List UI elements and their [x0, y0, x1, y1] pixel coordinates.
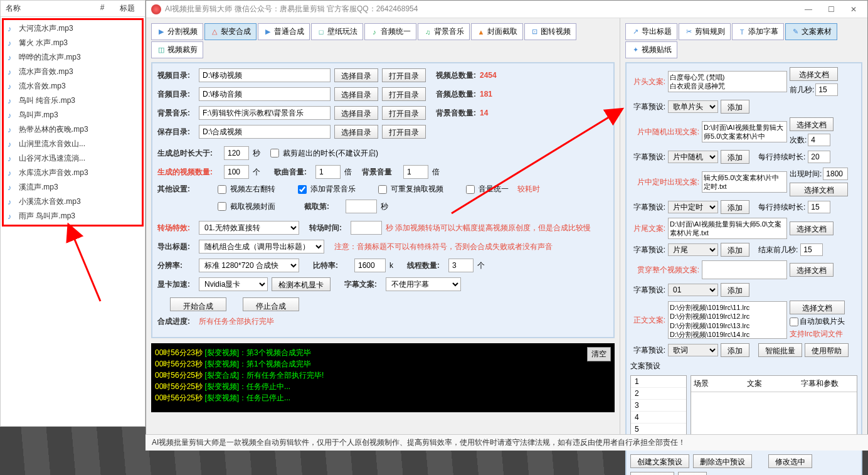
mid-time-textarea[interactable]: 辑大师5.0\文案素材\片中定时.txt [702, 171, 787, 193]
per-dur2-input[interactable] [808, 201, 830, 213]
add-button1[interactable]: 添加 [721, 100, 749, 114]
col-name[interactable]: 名称 [6, 3, 90, 14]
main-tab[interactable]: ▶普通合成 [258, 23, 310, 40]
repeat-checkbox[interactable] [378, 185, 387, 194]
main-tab[interactable]: ♫背景音乐 [418, 23, 470, 40]
file-item[interactable]: 山谷河水迅速流淌... [5, 151, 140, 166]
select-doc-through-button[interactable]: 选择文档 [790, 263, 834, 277]
sub-preset2-select[interactable]: 片中随机 [668, 151, 718, 163]
head-textarea[interactable]: 白度母心咒 (梵唱) 白衣观音灵感神咒 [668, 71, 787, 92]
add-button6[interactable]: 添加 [721, 343, 749, 357]
sub-preset5-select[interactable]: 01 [668, 284, 718, 296]
clear-preset-button[interactable]: 清空 [678, 472, 707, 475]
tail-textarea[interactable]: D:\封面\AI视频批量剪辑大师5.0\文案素材\片尾.txt [668, 218, 787, 239]
close-button[interactable]: ✕ [845, 3, 862, 16]
gen-qty-input[interactable] [224, 165, 249, 179]
mod-selected-button[interactable]: 修改选中 [768, 454, 812, 468]
file-item[interactable]: 鸟叫 纯音乐.mp3 [5, 93, 140, 108]
minimize-button[interactable]: — [800, 3, 817, 16]
right-tab[interactable]: T添加字幕 [732, 23, 784, 40]
subtitle-select[interactable]: 不使用字幕 [386, 277, 461, 291]
select-doc-body-button[interactable]: 选择文档 [790, 301, 845, 314]
maximize-button[interactable]: ☐ [822, 3, 840, 16]
file-item[interactable]: 哗哗的流水声.mp3 [5, 50, 140, 65]
select-doc-mid-button[interactable]: 选择文档 [790, 117, 834, 131]
clear-console-button[interactable]: 清空 [587, 347, 611, 361]
bgm-dir-input[interactable] [199, 106, 331, 120]
open-audio-dir-button[interactable]: 打开目录 [382, 87, 426, 101]
cover-frame-input[interactable] [346, 200, 377, 213]
select-doc-head-button[interactable]: 选择文档 [790, 67, 838, 81]
gen-duration-input[interactable] [224, 146, 249, 160]
add-button3[interactable]: 添加 [721, 200, 749, 214]
bg-vol-input[interactable] [403, 165, 428, 179]
main-tab[interactable]: ♪音频统一 [364, 23, 416, 40]
select-save-dir-button[interactable]: 选择目录 [334, 125, 378, 139]
select-doc-midtime-button[interactable]: 选择文档 [790, 183, 848, 196]
preset-list-item[interactable]: 4 [631, 412, 686, 424]
select-audio-dir-button[interactable]: 选择目录 [334, 87, 378, 101]
song-vol-input[interactable] [315, 165, 341, 179]
main-tab[interactable]: ⊡图转视频 [524, 23, 576, 40]
col-title[interactable]: 标题 [115, 3, 140, 14]
file-item[interactable]: 热带丛林的夜晚.mp3 [5, 122, 140, 137]
right-tab[interactable]: ✦视频贴纸 [625, 41, 677, 58]
count-input[interactable] [808, 134, 830, 146]
file-item[interactable]: 溪流声.mp3 [5, 180, 140, 195]
select-video-dir-button[interactable]: 选择目录 [334, 68, 378, 82]
open-video-dir-button[interactable]: 打开目录 [382, 68, 426, 82]
file-item[interactable]: 流水声音效.mp3 [5, 65, 140, 79]
file-item[interactable]: 小溪流水音效.mp3 [5, 195, 140, 209]
threads-input[interactable] [448, 259, 474, 272]
cover-checkbox[interactable] [218, 202, 226, 211]
head-sec-input[interactable] [815, 83, 838, 96]
preset-list-item[interactable]: 3 [631, 400, 686, 412]
transition-select[interactable]: 01.无特效直接转 [199, 221, 299, 235]
auto-load-checkbox[interactable] [790, 318, 798, 326]
col-hash[interactable]: # [90, 3, 115, 14]
right-tab[interactable]: ✎文案素材 [785, 23, 837, 40]
gpu-select[interactable]: Nvidia显卡 [199, 277, 268, 291]
preset-list-item[interactable]: 2 [631, 388, 686, 400]
add-button4[interactable]: 添加 [721, 243, 749, 257]
preset-list-item[interactable]: 1 [631, 376, 686, 388]
bitrate-input[interactable] [354, 259, 386, 272]
vol-unify-checkbox[interactable] [466, 185, 475, 194]
trim-excess-checkbox[interactable] [270, 149, 279, 157]
use-help-button[interactable]: 使用帮助 [805, 343, 849, 357]
select-bgm-dir-button[interactable]: 选择目录 [334, 106, 378, 120]
select-doc-tail-button[interactable]: 选择文档 [790, 221, 834, 235]
file-item[interactable]: 鸟叫声.mp3 [5, 108, 140, 122]
end-sec-input[interactable] [800, 243, 823, 256]
sub-preset3-select[interactable]: 片中定时 [668, 201, 718, 213]
file-item[interactable]: 大河流水声.mp3 [5, 21, 140, 36]
main-tab[interactable]: ▶分割视频 [151, 23, 203, 40]
main-tab[interactable]: △裂变合成 [204, 23, 257, 40]
main-tab[interactable]: ▲封面截取 [471, 23, 523, 40]
through-textarea[interactable] [702, 260, 787, 279]
video-dir-input[interactable] [199, 68, 331, 82]
file-item[interactable]: 雨声 鸟叫声.mp3 [5, 209, 140, 223]
smart-batch-button[interactable]: 智能批量 [758, 343, 802, 357]
right-tab[interactable]: ✂剪辑规则 [679, 23, 731, 40]
flip-checkbox[interactable] [218, 185, 226, 194]
audio-dir-input[interactable] [199, 87, 331, 101]
open-save-dir-button[interactable]: 打开目录 [382, 125, 426, 139]
detect-gpu-button[interactable]: 检测本机显卡 [272, 277, 331, 291]
file-item[interactable]: 篝火 水声.mp3 [5, 36, 140, 50]
sub-preset4-select[interactable]: 片尾 [668, 243, 718, 256]
mid-rand-textarea[interactable]: D:\封面\AI视频批量剪辑大师5.0\文案素材\片中 [702, 121, 787, 142]
body-textarea[interactable]: D:\分割视频\1019lrc\11.lrc D:\分割视频\1019lrc\1… [668, 301, 787, 339]
transition-time-input[interactable] [351, 221, 382, 235]
main-tab[interactable]: □壁纸玩法 [311, 23, 363, 40]
sub-preset1-select[interactable]: 歌单片头 [668, 100, 718, 113]
file-item[interactable]: 山涧里流水音效山... [5, 137, 140, 151]
start-button[interactable]: 开始合成 [170, 297, 226, 311]
open-bgm-dir-button[interactable]: 打开目录 [382, 106, 426, 120]
right-tab[interactable]: ↗导出标题 [625, 23, 677, 40]
per-dur1-input[interactable] [808, 151, 830, 163]
sub-preset6-select[interactable]: 歌词 [668, 344, 718, 356]
create-preset-button[interactable]: 创建文案预设 [630, 454, 689, 468]
appear-input[interactable] [823, 168, 848, 180]
file-item[interactable]: 水库流水声音效.mp3 [5, 166, 140, 180]
